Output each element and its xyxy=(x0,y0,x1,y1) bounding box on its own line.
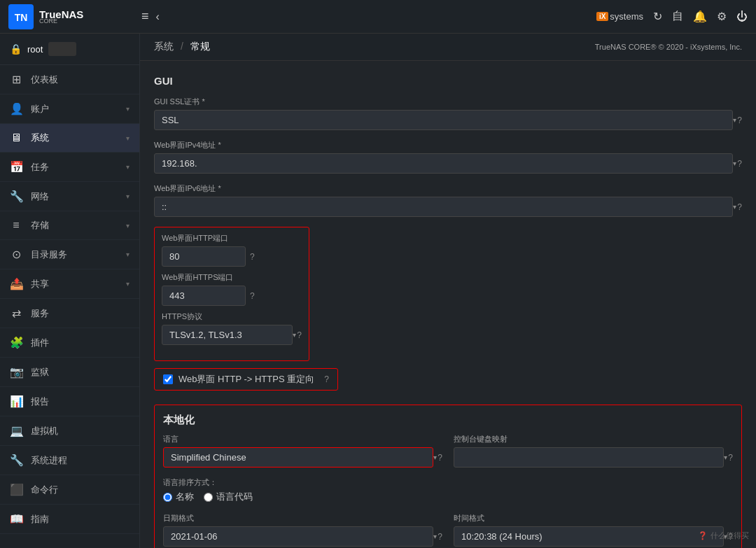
sort-code-option[interactable]: 语言代码 xyxy=(204,491,253,503)
ipv4-select[interactable]: 192.168. xyxy=(154,153,733,174)
protocol-field-group: HTTPS协议 TLSv1.2, TLSv1.3 ▾ ? xyxy=(162,311,302,345)
topbar: TN TrueNAS CORE ≡ ‹ iX systems ↻ 自 🔔 ⚙ ⏻ xyxy=(0,0,756,34)
time-format-select[interactable]: 10:20:38 (24 Hours) xyxy=(454,526,724,547)
network-icon: 🔧 xyxy=(10,190,22,203)
sidebar-label-plugins: 插件 xyxy=(31,337,130,349)
ipv6-help-icon[interactable]: ? xyxy=(737,202,742,212)
sort-name-radio[interactable] xyxy=(163,493,172,502)
localization-grid: 语言 Simplified Chinese ▾ ? xyxy=(163,434,733,477)
protocol-chevron-icon: ▾ xyxy=(293,331,296,339)
storage-arrow: ▾ xyxy=(126,222,130,230)
http-port-help-icon[interactable]: ? xyxy=(250,252,255,262)
ssl-help-icon[interactable]: ? xyxy=(737,115,742,125)
back-button[interactable]: ‹ xyxy=(156,10,160,23)
https-port-input[interactable] xyxy=(162,286,246,306)
sidebar-item-storage[interactable]: ≡ 存储 ▾ xyxy=(0,211,139,240)
main-layout: 🔒 root ⊞ 仪表板 👤 账户 ▾ 🖥 系统 ▾ 📅 任务 ▾ 🔧 网络 ▾ xyxy=(0,34,756,548)
sidebar-item-services[interactable]: ⇄ 服务 xyxy=(0,299,139,328)
language-help-icon[interactable]: ? xyxy=(438,453,442,463)
ssl-field-group: GUI SSL证书 * SSL ▾ ? xyxy=(154,97,742,130)
user-lock-icon: 🔒 xyxy=(10,43,22,55)
protocol-select[interactable]: TLSv1.2, TLSv1.3 xyxy=(162,325,293,345)
sidebar-item-reports[interactable]: 📊 报告 xyxy=(0,387,139,416)
localization-section: 本地化 语言 Simplified Chinese ▾ ? xyxy=(154,405,742,548)
sidebar-item-vm[interactable]: 💻 虚拟机 xyxy=(0,416,139,446)
ipv6-select[interactable]: :: xyxy=(154,197,733,217)
ipv6-chevron-icon: ▾ xyxy=(733,203,736,211)
sort-field-group: 语言排序方式： 名称 语言代码 xyxy=(163,477,733,503)
sidebar-user: 🔒 root xyxy=(0,34,139,65)
accounts-icon: 👤 xyxy=(10,102,22,115)
sort-code-label: 语言代码 xyxy=(216,491,253,503)
username: root xyxy=(27,44,43,55)
protocol-select-wrapper: TLSv1.2, TLSv1.3 ▾ ? xyxy=(162,325,302,345)
console-kb-chevron-icon: ▾ xyxy=(724,454,727,461)
ipv4-help-icon[interactable]: ? xyxy=(737,159,742,169)
sidebar-item-monitor[interactable]: 📷 监狱 xyxy=(0,358,139,387)
ipv6-select-wrapper: :: ▾ ? xyxy=(154,197,742,217)
user-thumbnail xyxy=(48,42,76,56)
protocol-help-icon[interactable]: ? xyxy=(297,330,302,340)
reports-icon: 📊 xyxy=(10,395,22,408)
power-icon[interactable]: ⏻ xyxy=(736,10,748,23)
gui-section-title: GUI xyxy=(154,75,742,87)
notification-icon[interactable]: 🔔 xyxy=(693,10,707,23)
monitor-icon: 📷 xyxy=(10,365,22,379)
console-kb-help-icon[interactable]: ? xyxy=(728,453,733,463)
date-col: 日期格式 2021-01-06 ▾ ? xyxy=(163,513,442,548)
sidebar-item-guide[interactable]: 📖 指南 xyxy=(0,505,139,534)
localization-title: 本地化 xyxy=(163,414,733,427)
sidebar-item-network[interactable]: 🔧 网络 ▾ xyxy=(0,182,139,211)
logo-area: TN TrueNAS CORE xyxy=(8,4,134,29)
sidebar-item-tasks[interactable]: 📅 任务 ▾ xyxy=(0,153,139,182)
sidebar-item-directory[interactable]: ⊙ 目录服务 ▾ xyxy=(0,240,139,269)
ix-brand: systems xyxy=(610,11,643,22)
plugins-icon: 🧩 xyxy=(10,336,22,349)
date-format-help-icon[interactable]: ? xyxy=(438,532,442,542)
language-label: 语言 xyxy=(163,434,442,444)
sort-name-option[interactable]: 名称 xyxy=(163,491,194,503)
sidebar-item-accounts[interactable]: 👤 账户 ▾ xyxy=(0,94,139,124)
sidebar-item-sysproc[interactable]: 🔧 系统进程 xyxy=(0,446,139,475)
info-icon[interactable]: 自 xyxy=(672,9,683,24)
time-format-field-group: 时间格式 10:20:38 (24 Hours) ▾ ? xyxy=(454,513,733,547)
ssl-select[interactable]: SSL xyxy=(154,110,733,130)
language-chevron-icon: ▾ xyxy=(433,454,437,461)
sort-code-radio[interactable] xyxy=(204,493,213,502)
sidebar: 🔒 root ⊞ 仪表板 👤 账户 ▾ 🖥 系统 ▾ 📅 任务 ▾ 🔧 网络 ▾ xyxy=(0,34,140,548)
bottom-brand: ❓ 什么值得买 xyxy=(698,531,749,541)
console-kb-select-wrapper: ▾ ? xyxy=(454,447,733,468)
content-body: GUI GUI SSL证书 * SSL ▾ ? Web界面IPv4地址 * xyxy=(140,61,756,548)
sidebar-item-plugins[interactable]: 🧩 插件 xyxy=(0,328,139,358)
ipv4-field-group: Web界面IPv4地址 * 192.168. ▾ ? xyxy=(154,140,742,174)
sidebar-item-dashboard[interactable]: ⊞ 仪表板 xyxy=(0,65,139,94)
refresh-icon[interactable]: ↻ xyxy=(653,10,662,23)
redirect-help-icon[interactable]: ? xyxy=(324,374,329,384)
date-format-label: 日期格式 xyxy=(163,513,442,524)
redirect-row: Web界面 HTTP -> HTTPS 重定向 ? xyxy=(154,368,742,391)
hamburger-button[interactable]: ≡ xyxy=(141,9,149,24)
shell-icon: ⬛ xyxy=(10,483,22,496)
gui-section: GUI GUI SSL证书 * SSL ▾ ? Web界面IPv4地址 * xyxy=(154,75,742,391)
sharing-arrow: ▾ xyxy=(126,280,130,288)
sidebar-label-storage: 存储 xyxy=(31,219,118,232)
http-port-input[interactable] xyxy=(162,246,246,267)
sort-name-label: 名称 xyxy=(176,491,194,503)
breadcrumb-current: 常规 xyxy=(190,41,210,52)
sidebar-label-accounts: 账户 xyxy=(31,103,118,115)
settings-icon[interactable]: ⚙ xyxy=(717,10,727,23)
redirect-checkbox[interactable] xyxy=(163,374,173,384)
sidebar-item-shell[interactable]: ⬛ 命令行 xyxy=(0,475,139,505)
sidebar-item-system[interactable]: 🖥 系统 ▾ xyxy=(0,124,139,153)
https-port-help-icon[interactable]: ? xyxy=(250,291,255,301)
date-format-select[interactable]: 2021-01-06 xyxy=(163,526,433,547)
time-format-label: 时间格式 xyxy=(454,513,733,524)
language-col: 语言 Simplified Chinese ▾ ? xyxy=(163,434,442,477)
sidebar-label-sharing: 共享 xyxy=(31,278,118,290)
console-kb-select[interactable] xyxy=(454,447,724,468)
sidebar-item-sharing[interactable]: 📤 共享 ▾ xyxy=(0,269,139,299)
accounts-arrow: ▾ xyxy=(126,105,130,113)
ipv6-label: Web界面IPv6地址 * xyxy=(154,183,742,194)
language-select[interactable]: Simplified Chinese xyxy=(163,447,433,468)
time-format-select-wrapper: 10:20:38 (24 Hours) ▾ ? xyxy=(454,526,733,547)
